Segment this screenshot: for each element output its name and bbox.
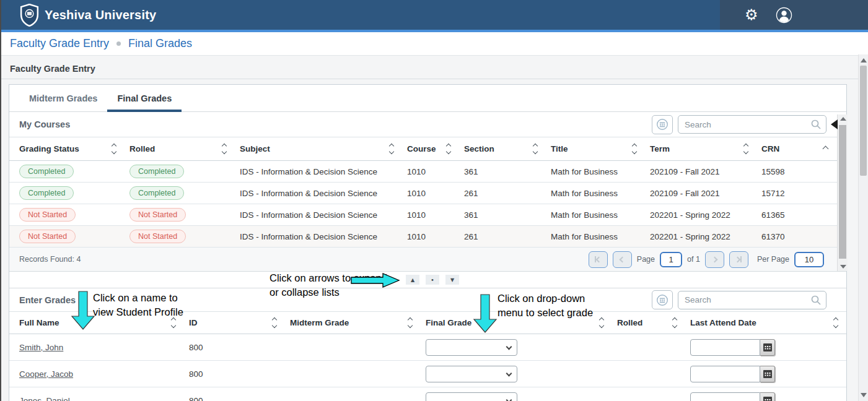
grading-status-badge: Not Started: [19, 230, 76, 243]
breadcrumb-faculty-grade-entry[interactable]: Faculty Grade Entry: [10, 37, 109, 50]
calendar-icon: [763, 370, 772, 378]
my-courses-search: [678, 115, 826, 134]
sort-crn-asc-icon[interactable]: [823, 147, 828, 151]
courses-rows: Completed Completed IDS - Information & …: [9, 161, 846, 248]
student-row: Cooper, Jacob 800: [9, 361, 846, 387]
sort-grading-status-icon[interactable]: [112, 144, 116, 153]
page-scroll-down-icon[interactable]: [861, 393, 867, 397]
gear-icon[interactable]: ⚙: [745, 7, 758, 22]
chevron-down-icon: [506, 397, 512, 401]
last-attend-date-input[interactable]: [690, 366, 760, 382]
saved-searches-button-2[interactable]: [652, 290, 673, 309]
brand: Yeshiva University: [0, 4, 156, 27]
breadcrumb-final-grades[interactable]: Final Grades: [128, 37, 192, 50]
calendar-button[interactable]: [760, 366, 775, 382]
saved-searches-button[interactable]: [652, 115, 673, 134]
sort-course-icon[interactable]: [447, 144, 450, 153]
sort-rolled-2-icon[interactable]: [673, 318, 677, 327]
page-scrollbar-thumb[interactable]: [860, 66, 867, 176]
bank-columns-icon: [656, 118, 669, 131]
scroll-down-icon[interactable]: [840, 265, 846, 269]
course-row[interactable]: Completed Completed IDS - Information & …: [9, 183, 846, 204]
courses-scrollbar[interactable]: [837, 114, 848, 271]
page-next-button[interactable]: [705, 251, 724, 268]
col-full-name: Full Name: [19, 318, 59, 327]
sort-id-icon[interactable]: [273, 318, 276, 327]
user-profile-icon[interactable]: [776, 7, 792, 24]
course-subject: IDS - Information & Decision Science: [240, 189, 407, 198]
student-name-link[interactable]: Jones, Daniel: [19, 396, 70, 401]
sort-term-icon[interactable]: [744, 144, 748, 153]
calendar-button[interactable]: [760, 392, 775, 401]
sort-last-attend-icon[interactable]: [834, 318, 838, 327]
annotation-dropdown-grade: Click on drop-down menu to select grade: [498, 291, 606, 320]
page-scrollbar[interactable]: [858, 54, 868, 401]
course-title: Math for Business: [551, 189, 650, 198]
reset-split-icon[interactable]: •: [426, 275, 439, 285]
page-first-button[interactable]: [589, 251, 608, 268]
my-courses-search-input[interactable]: [678, 115, 826, 134]
my-courses-header: My Courses: [9, 112, 846, 137]
collapse-down-icon[interactable]: ▼: [445, 275, 459, 285]
course-row[interactable]: Completed Completed IDS - Information & …: [9, 161, 846, 183]
col-last-attend-date: Last Attend Date: [690, 318, 756, 327]
cyan-down-arrow-name: [71, 291, 95, 330]
tab-final-grades[interactable]: Final Grades: [107, 85, 182, 111]
page-prev-button[interactable]: [613, 251, 632, 268]
page-scroll-up-icon[interactable]: [861, 58, 867, 63]
final-grade-select[interactable]: [426, 392, 517, 401]
course-subject: IDS - Information & Decision Science: [240, 210, 407, 220]
sort-midterm-grade-icon[interactable]: [408, 318, 412, 327]
student-id: 800: [189, 396, 290, 401]
course-term: 202201 - Spring 2022: [650, 232, 761, 241]
sort-full-name-icon[interactable]: [172, 318, 175, 327]
enter-grades-search-input[interactable]: [678, 291, 826, 309]
page-title: Faculty Grade Entry: [10, 64, 95, 74]
bank-columns-icon: [656, 294, 669, 306]
panel-resize-bar: ▲ • ▼: [9, 272, 846, 288]
scroll-up-icon[interactable]: [840, 117, 846, 121]
col-crn: CRN: [761, 144, 779, 153]
student-row: Smith, John 800: [9, 334, 846, 361]
course-section: 361: [464, 167, 551, 176]
calendar-icon: [763, 343, 772, 351]
page-number-input[interactable]: [660, 252, 682, 267]
course-row[interactable]: Not Started Not Started IDS - Informatio…: [9, 226, 846, 248]
expand-up-icon[interactable]: ▲: [406, 275, 419, 285]
final-grade-select[interactable]: [426, 366, 517, 382]
collapse-left-icon[interactable]: [831, 119, 838, 129]
col-midterm-grade: Midterm Grade: [290, 318, 349, 327]
search-icon: [810, 295, 822, 306]
students-rows: Smith, John 800 Cooper, J: [9, 334, 846, 401]
sort-section-icon[interactable]: [533, 144, 537, 153]
sort-title-icon[interactable]: [633, 144, 636, 153]
tab-midterm-grades[interactable]: Midterm Grades: [19, 85, 107, 111]
search-icon: [810, 119, 822, 130]
courses-scrollbar-thumb[interactable]: [839, 125, 846, 259]
col-section: Section: [464, 144, 494, 153]
last-attend-date-input[interactable]: [690, 392, 760, 401]
course-row[interactable]: Not Started Not Started IDS - Informatio…: [9, 204, 846, 226]
student-name-link[interactable]: Smith, John: [19, 343, 63, 352]
col-rolled: Rolled: [129, 144, 155, 153]
first-page-icon: [596, 256, 602, 262]
course-number: 1010: [407, 189, 464, 198]
next-page-icon: [711, 256, 717, 262]
sort-rolled-icon[interactable]: [222, 144, 226, 153]
col-grading-status: Grading Status: [19, 144, 79, 153]
course-crn: 61365: [761, 210, 846, 220]
sort-subject-icon[interactable]: [390, 144, 393, 153]
grading-status-badge: Completed: [19, 186, 74, 200]
student-name-link[interactable]: Cooper, Jacob: [19, 369, 73, 379]
course-number: 1010: [407, 210, 464, 220]
final-grade-select[interactable]: [426, 339, 517, 356]
window-left-edge: [0, 0, 1, 401]
grading-status-badge: Not Started: [19, 208, 76, 222]
per-page-input[interactable]: [794, 252, 824, 267]
col-title: Title: [551, 144, 568, 153]
page-last-button[interactable]: [729, 251, 748, 268]
last-attend-date-input[interactable]: [690, 339, 760, 356]
course-title: Math for Business: [551, 167, 650, 176]
calendar-button[interactable]: [760, 339, 775, 356]
brand-name: Yeshiva University: [45, 8, 156, 22]
